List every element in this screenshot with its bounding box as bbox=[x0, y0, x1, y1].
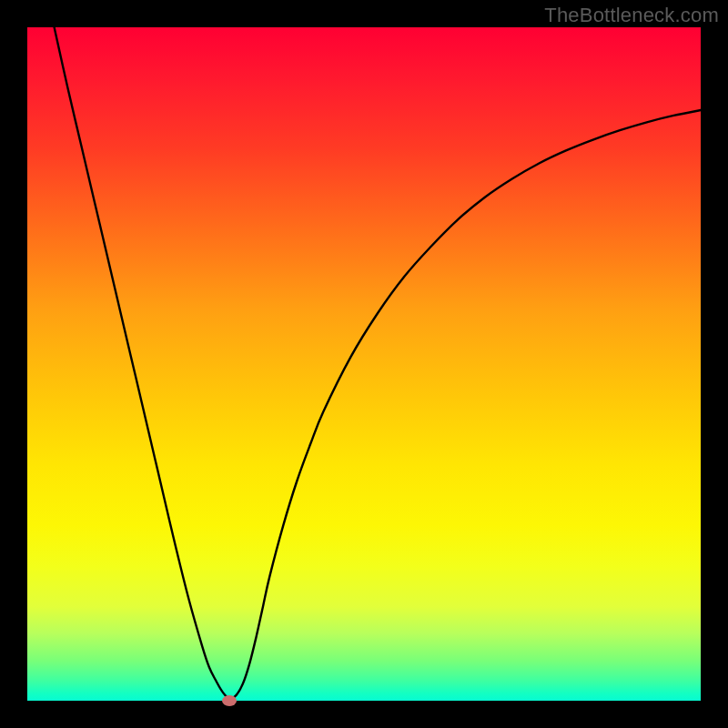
watermark-text: TheBottleneck.com bbox=[544, 4, 719, 27]
min-marker bbox=[222, 695, 237, 706]
plot-area bbox=[27, 27, 701, 701]
chart-frame: TheBottleneck.com bbox=[0, 0, 728, 728]
bottleneck-curve bbox=[55, 27, 701, 699]
curve-svg bbox=[27, 27, 701, 701]
